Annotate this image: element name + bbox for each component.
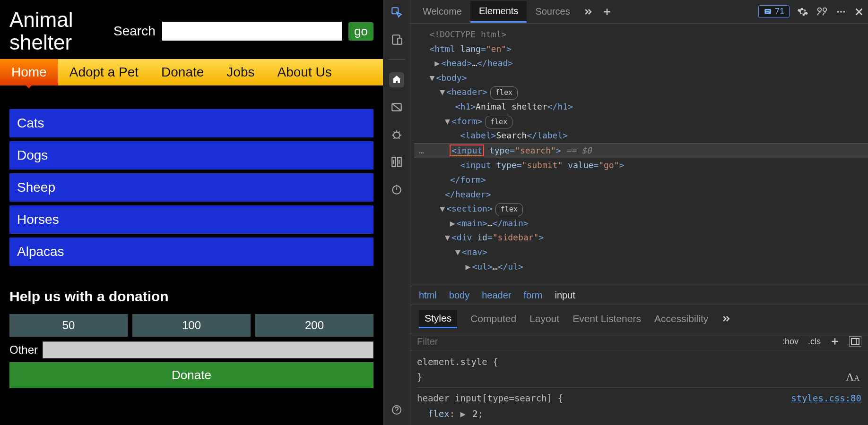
issues-badge[interactable]: 71 [758, 5, 790, 18]
donation-amount-button[interactable]: 50 [9, 314, 128, 337]
new-style-rule-icon[interactable] [830, 337, 840, 346]
donation-other-label: Other [9, 343, 38, 357]
search-input[interactable] [162, 22, 342, 41]
website-viewport: Animal shelter Search go Home Adopt a Pe… [0, 0, 383, 425]
main-nav: Home Adopt a Pet Donate Jobs About Us [0, 59, 383, 85]
styles-tab-layout[interactable]: Layout [529, 313, 559, 324]
device-toggle-icon[interactable] [389, 32, 404, 47]
animal-link[interactable]: Dogs [9, 141, 373, 170]
devtools-tabs: Welcome Elements Sources 71 [410, 0, 868, 24]
svg-rect-2 [398, 38, 402, 44]
styles-tabs: Styles Computed Layout Event Listeners A… [410, 305, 868, 333]
devtools-panel: Welcome Elements Sources 71 [383, 0, 868, 425]
hov-toggle[interactable]: :hov [782, 337, 799, 347]
breadcrumb-item[interactable]: body [449, 290, 469, 301]
close-devtools-icon[interactable] [854, 7, 864, 17]
nav-adopt[interactable]: Adopt a Pet [58, 59, 150, 85]
settings-gear-icon[interactable] [797, 6, 808, 17]
bug-icon[interactable] [389, 127, 404, 142]
animal-list: Cats Dogs Sheep Horses Alpacas [0, 85, 383, 274]
donation-other-input[interactable] [43, 341, 373, 358]
site-header: Animal shelter Search go [0, 0, 383, 59]
svg-point-10 [818, 8, 821, 11]
svg-point-14 [843, 11, 845, 13]
dom-breadcrumb: html body header form input [410, 286, 868, 305]
computed-sidebar-toggle-icon[interactable] [849, 336, 861, 347]
breadcrumb-item[interactable]: header [482, 290, 511, 301]
styles-filter-input[interactable] [417, 336, 782, 347]
inspect-element-icon[interactable] [389, 5, 404, 20]
cls-toggle[interactable]: .cls [808, 337, 821, 347]
issues-count: 71 [775, 7, 784, 17]
styles-tab-computed[interactable]: Computed [470, 313, 516, 324]
svg-point-4 [393, 132, 399, 138]
home-icon[interactable] [389, 72, 404, 87]
tab-elements[interactable]: Elements [470, 1, 527, 23]
network-icon[interactable] [389, 154, 404, 170]
search-label: Search [113, 24, 156, 39]
css-rules-panel[interactable]: element.style { AA } styles.css:80 heade… [410, 350, 868, 425]
nav-donate[interactable]: Donate [150, 59, 215, 85]
breadcrumb-item[interactable]: input [555, 290, 575, 301]
site-title: Animal shelter [9, 8, 104, 54]
animal-link[interactable]: Cats [9, 109, 373, 137]
svg-point-11 [823, 8, 826, 11]
tab-sources[interactable]: Sources [527, 1, 578, 22]
nav-about[interactable]: About Us [266, 59, 343, 85]
styles-tab-accessibility[interactable]: Accessibility [654, 313, 708, 324]
more-styles-chevron-icon[interactable] [721, 314, 731, 323]
dom-tree[interactable]: <!DOCTYPE html> <html lang="en"> ▶<head>… [410, 24, 868, 286]
donation-amount-button[interactable]: 100 [132, 314, 251, 337]
help-icon[interactable] [389, 402, 404, 417]
font-size-icon[interactable]: AA [846, 367, 859, 387]
animal-link[interactable]: Horses [9, 205, 373, 234]
css-source-link[interactable]: styles.css:80 [791, 391, 861, 406]
donate-button[interactable]: Donate [9, 362, 373, 388]
svg-point-12 [837, 11, 839, 13]
styles-filter-row: :hov .cls [410, 333, 868, 350]
breadcrumb-item[interactable]: form [523, 290, 542, 301]
svg-rect-15 [851, 339, 859, 344]
svg-point-13 [840, 11, 842, 13]
donation-amount-button[interactable]: 200 [255, 314, 373, 337]
nav-home[interactable]: Home [0, 59, 58, 85]
search-form: Search go [113, 22, 373, 41]
donation-section: Help us with a donation 50 100 200 Other… [0, 274, 383, 388]
styles-tab-listeners[interactable]: Event Listeners [573, 313, 641, 324]
search-submit-button[interactable]: go [348, 22, 373, 41]
nav-jobs[interactable]: Jobs [215, 59, 266, 85]
donation-heading: Help us with a donation [9, 289, 373, 305]
more-tabs-chevron-icon[interactable] [579, 7, 598, 17]
svg-rect-9 [764, 9, 771, 14]
animal-link[interactable]: Alpacas [9, 238, 373, 266]
performance-icon[interactable] [389, 182, 404, 197]
image-off-icon[interactable] [389, 100, 404, 115]
feedback-icon[interactable] [816, 6, 828, 17]
add-tab-icon[interactable] [598, 7, 616, 17]
devtools-toolbar [383, 0, 410, 425]
breadcrumb-item[interactable]: html [419, 290, 437, 301]
animal-link[interactable]: Sheep [9, 173, 373, 202]
styles-tab-styles[interactable]: Styles [419, 310, 457, 328]
more-menu-icon[interactable] [836, 7, 846, 17]
tab-welcome[interactable]: Welcome [414, 1, 470, 22]
